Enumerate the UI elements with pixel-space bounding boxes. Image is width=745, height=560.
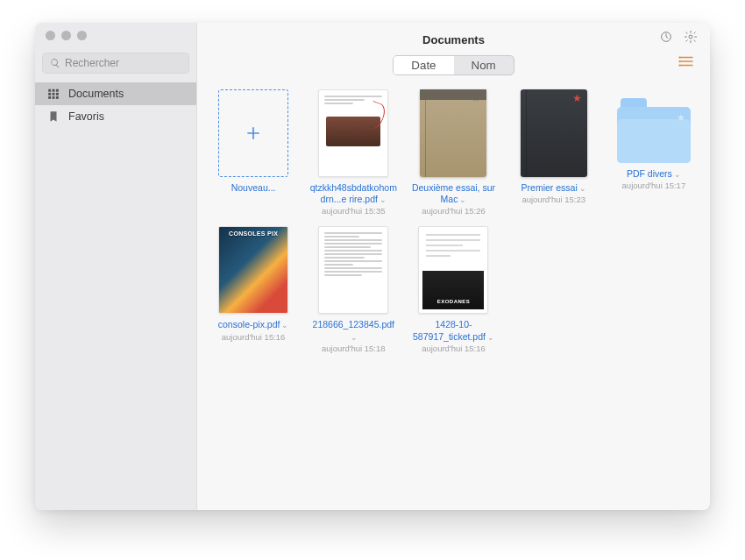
star-icon: ★: [472, 92, 481, 104]
grid-icon: [47, 88, 60, 100]
document-title: 218666_123845.pdf⌄: [309, 319, 398, 342]
star-icon: ★: [677, 112, 685, 124]
document-timestamp: aujourd'hui 15:18: [322, 344, 386, 353]
document-item[interactable]: ★ Premier essai⌄ aujourd'hui 15:23: [507, 89, 601, 216]
folder-thumb[interactable]: ★: [617, 107, 691, 163]
svg-rect-0: [48, 89, 51, 92]
chevron-down-icon[interactable]: ⌄: [281, 321, 288, 330]
document-title: PDF divers⌄: [627, 168, 681, 180]
notebook-thumb[interactable]: ★: [420, 89, 486, 177]
svg-rect-8: [56, 96, 59, 99]
document-timestamp: aujourd'hui 15:23: [522, 195, 585, 204]
sidebar-item-favoris[interactable]: Favoris: [35, 105, 196, 128]
document-item[interactable]: ★ Deuxième essai, sur Mac⌄ aujourd'hui 1…: [406, 89, 500, 216]
svg-point-14: [678, 56, 680, 58]
search-icon: [50, 58, 60, 68]
main-header: Documents Date Nom: [197, 23, 710, 84]
minimize-window-icon[interactable]: [61, 31, 71, 40]
svg-rect-1: [53, 89, 55, 92]
document-thumb[interactable]: EXODANES: [418, 226, 488, 314]
chevron-down-icon[interactable]: ⌄: [351, 333, 358, 342]
main-panel: Documents Date Nom: [197, 23, 710, 510]
document-item[interactable]: qtzkkh48sbdatkohomdrn...e rire.pdf⌄ aujo…: [306, 89, 401, 216]
document-item[interactable]: ★ PDF divers⌄ aujourd'hui 15:17: [607, 89, 701, 216]
document-timestamp: aujourd'hui 15:16: [422, 344, 486, 353]
sort-segmented-control[interactable]: Date Nom: [393, 55, 514, 75]
svg-rect-3: [48, 93, 51, 96]
new-document-thumb[interactable]: [218, 89, 288, 177]
new-document-label: Nouveau...: [231, 182, 276, 194]
chevron-down-icon[interactable]: ⌄: [459, 195, 466, 204]
document-title: 1428-10-587917_ticket.pdf⌄: [408, 319, 498, 342]
document-thumb[interactable]: CONSOLES PIX: [218, 226, 288, 314]
search-input[interactable]: Rechercher: [42, 53, 189, 74]
document-item[interactable]: 218666_123845.pdf⌄ aujourd'hui 15:18: [306, 226, 401, 352]
document-item[interactable]: EXODANES 1428-10-587917_ticket.pdf⌄ aujo…: [406, 226, 500, 352]
gear-icon[interactable]: [684, 30, 698, 44]
document-title: Premier essai⌄: [522, 182, 586, 194]
svg-rect-4: [53, 93, 55, 96]
documents-grid: Nouveau... qtzkkh48sbdatkohomdrn...e rir…: [197, 84, 710, 362]
app-window: Rechercher Documents Favoris Documents: [35, 23, 710, 510]
document-timestamp: aujourd'hui 15:26: [422, 206, 486, 216]
svg-rect-6: [48, 96, 51, 99]
chevron-down-icon[interactable]: ⌄: [487, 333, 494, 342]
svg-rect-5: [56, 93, 59, 96]
document-thumb[interactable]: [318, 89, 388, 177]
svg-point-10: [689, 35, 692, 39]
segment-date[interactable]: Date: [394, 56, 453, 74]
svg-rect-7: [53, 96, 55, 99]
list-view-toggle[interactable]: [678, 55, 694, 71]
new-document-button[interactable]: Nouveau...: [206, 89, 301, 216]
chevron-down-icon[interactable]: ⌄: [579, 184, 586, 193]
list-icon: [678, 55, 694, 67]
sidebar-item-documents[interactable]: Documents: [35, 82, 196, 105]
chevron-down-icon[interactable]: ⌄: [380, 195, 387, 204]
chevron-down-icon[interactable]: ⌄: [674, 170, 681, 179]
document-item[interactable]: CONSOLES PIX console-pix.pdf⌄ aujourd'hu…: [206, 226, 301, 352]
svg-point-15: [678, 60, 680, 62]
document-timestamp: aujourd'hui 15:16: [222, 332, 286, 342]
document-title: Deuxième essai, sur Mac⌄: [408, 182, 498, 205]
sidebar-item-label: Favoris: [68, 110, 104, 123]
window-controls[interactable]: [46, 31, 87, 40]
svg-point-16: [678, 64, 680, 66]
sidebar-item-label: Documents: [68, 88, 124, 100]
zoom-window-icon[interactable]: [77, 31, 87, 40]
close-window-icon[interactable]: [46, 31, 55, 40]
segment-name[interactable]: Nom: [454, 56, 514, 74]
sync-icon[interactable]: [659, 30, 673, 44]
document-title: console-pix.pdf⌄: [218, 319, 289, 330]
sidebar: Rechercher Documents Favoris: [35, 23, 197, 510]
svg-rect-2: [56, 89, 59, 92]
document-timestamp: aujourd'hui 15:17: [622, 181, 686, 190]
bookmark-icon: [47, 110, 60, 123]
document-timestamp: aujourd'hui 15:35: [322, 206, 386, 216]
document-thumb[interactable]: [318, 226, 388, 314]
search-placeholder: Rechercher: [65, 57, 119, 69]
page-title: Documents: [197, 30, 710, 52]
plus-icon: [245, 124, 262, 142]
document-title: qtzkkh48sbdatkohomdrn...e rire.pdf⌄: [309, 182, 398, 205]
star-icon: ★: [572, 92, 582, 104]
notebook-thumb[interactable]: ★: [521, 89, 587, 177]
